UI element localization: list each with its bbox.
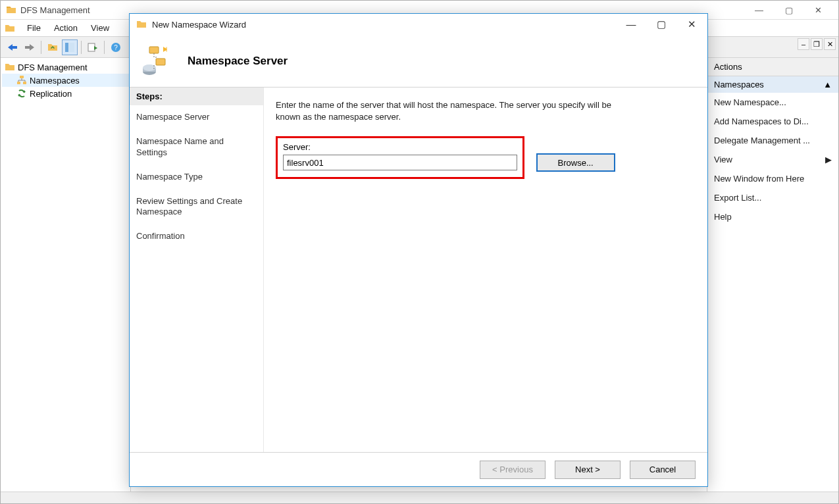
wizard-title: New Namespace Wizard: [152, 20, 622, 30]
maximize-button[interactable]: ▢: [774, 1, 803, 20]
step-namespace-server[interactable]: Namespace Server: [130, 105, 263, 130]
collapse-icon: ▲: [823, 80, 832, 89]
svg-rect-8: [149, 47, 159, 53]
wizard-instruction: Enter the name of the server that will h…: [276, 99, 618, 123]
cancel-button[interactable]: Cancel: [630, 461, 696, 479]
tree-replication-label: Replication: [30, 89, 72, 99]
svg-rect-9: [156, 59, 165, 65]
back-button[interactable]: [5, 39, 20, 55]
action-delegate-management[interactable]: Delegate Management ...: [707, 131, 838, 150]
mdi-close-button[interactable]: ✕: [824, 38, 836, 50]
action-view[interactable]: View▶: [707, 150, 838, 169]
svg-rect-5: [20, 76, 24, 78]
toolbar-separator: [104, 41, 105, 54]
toolbar-separator: [41, 41, 41, 54]
up-folder-button[interactable]: [45, 39, 61, 55]
browse-button[interactable]: Browse...: [536, 153, 615, 172]
export-button[interactable]: [85, 39, 101, 55]
server-label: Server:: [283, 142, 517, 152]
actions-header: Actions: [707, 58, 838, 76]
wizard-steps-panel: Steps: Namespace Server Namespace Name a…: [130, 88, 264, 452]
namespace-hierarchy-icon: [141, 45, 173, 77]
mdi-minimize-button[interactable]: –: [798, 38, 809, 50]
forward-button[interactable]: [22, 39, 38, 55]
server-input[interactable]: [283, 155, 517, 170]
wizard-titlebar: New Namespace Wizard ― ▢ ✕: [130, 14, 707, 35]
actions-section-namespaces[interactable]: Namespaces ▲: [707, 76, 838, 93]
svg-text:?: ?: [114, 44, 118, 51]
wizard-close-button[interactable]: ✕: [682, 18, 701, 30]
action-new-namespace[interactable]: New Namespace...: [707, 93, 838, 112]
action-new-window[interactable]: New Window from Here: [707, 169, 838, 188]
wizard-content: Enter the name of the server that will h…: [264, 88, 707, 452]
folder-icon: [5, 23, 15, 34]
toolbar-separator: [81, 41, 82, 54]
next-button[interactable]: Next >: [555, 461, 621, 479]
server-input-group: Server:: [276, 136, 524, 179]
action-export-list[interactable]: Export List...: [707, 188, 838, 207]
svg-rect-0: [65, 43, 68, 52]
wizard-header-title: Namespace Server: [188, 55, 288, 68]
folder-icon: [6, 5, 16, 15]
tree-namespaces[interactable]: Namespaces: [2, 74, 129, 87]
step-namespace-name-settings[interactable]: Namespace Name and Settings: [130, 130, 263, 165]
actions-section-label: Namespaces: [714, 80, 764, 89]
close-button[interactable]: ✕: [803, 1, 833, 20]
step-namespace-type[interactable]: Namespace Type: [130, 165, 263, 189]
action-help[interactable]: Help: [707, 207, 838, 226]
tree-root-label: DFS Management: [18, 63, 88, 72]
menu-view[interactable]: View: [84, 21, 116, 35]
tree-panel: DFS Management Namespaces Replication: [1, 58, 131, 491]
mdi-restore-button[interactable]: ❐: [811, 38, 823, 50]
actions-panel: Actions Namespaces ▲ New Namespace... Ad…: [707, 58, 838, 491]
submenu-arrow-icon: ▶: [825, 155, 832, 164]
menu-action[interactable]: Action: [47, 21, 84, 35]
wizard-header: Namespace Server: [130, 35, 707, 88]
help-button[interactable]: ?: [108, 39, 124, 55]
layout-button[interactable]: [62, 39, 78, 55]
statusbar: [1, 491, 838, 503]
svg-rect-1: [69, 43, 74, 52]
step-review-create[interactable]: Review Settings and Create Namespace: [130, 189, 263, 225]
folder-icon: [136, 19, 147, 30]
svg-rect-7: [23, 82, 26, 84]
tree-root[interactable]: DFS Management: [2, 61, 129, 74]
wizard-maximize-button[interactable]: ▢: [652, 18, 671, 30]
step-confirmation[interactable]: Confirmation: [130, 224, 263, 249]
minimize-button[interactable]: ―: [744, 1, 774, 20]
tree-replication[interactable]: Replication: [2, 87, 129, 100]
action-add-namespaces[interactable]: Add Namespaces to Di...: [707, 112, 838, 131]
previous-button: < Previous: [480, 461, 546, 479]
wizard-footer: < Previous Next > Cancel: [130, 452, 707, 486]
steps-header: Steps:: [130, 88, 263, 105]
wizard-minimize-button[interactable]: ―: [622, 18, 640, 30]
menu-file[interactable]: File: [20, 21, 47, 35]
new-namespace-wizard: New Namespace Wizard ― ▢ ✕ Namespace Ser…: [129, 13, 708, 487]
mdi-window-controls: – ❐ ✕: [798, 38, 836, 50]
svg-rect-6: [17, 82, 20, 84]
svg-rect-2: [88, 43, 95, 51]
tree-namespaces-label: Namespaces: [30, 76, 80, 86]
